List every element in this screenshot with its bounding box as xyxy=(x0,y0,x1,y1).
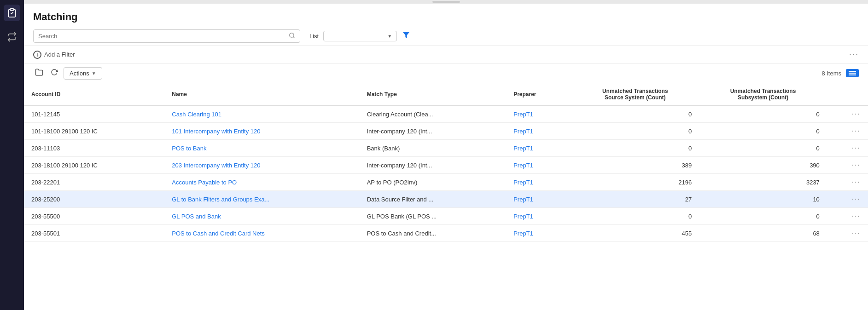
cell-account-id: 203-11103 xyxy=(24,140,164,157)
filter-icon[interactable] xyxy=(402,30,411,42)
cell-account-id: 203-55501 xyxy=(24,225,164,242)
table-container: Account ID Name Match Type Preparer Unma… xyxy=(24,83,868,310)
toolbar-right: 8 Items xyxy=(821,69,859,77)
col-header-name: Name xyxy=(164,83,359,106)
row-actions-button[interactable]: ··· xyxy=(827,123,868,140)
row-actions-button[interactable]: ··· xyxy=(827,106,868,123)
cell-unmatched-subsystem: 0 xyxy=(699,123,827,140)
filter-options-button[interactable]: ··· xyxy=(849,50,859,59)
table-header-row: Account ID Name Match Type Preparer Unma… xyxy=(24,83,868,106)
filter-row: + Add a Filter ··· xyxy=(24,46,868,63)
cell-name[interactable]: Accounts Payable to PO xyxy=(164,174,359,191)
table-body: 101-12145 Cash Clearing 101 Clearing Acc… xyxy=(24,106,868,242)
cell-account-id: 203-55500 xyxy=(24,208,164,225)
table-row: 101-18100 29100 120 IC 101 Intercompany … xyxy=(24,123,868,140)
cell-name[interactable]: 101 Intercompany with Entity 120 xyxy=(164,123,359,140)
cell-unmatched-subsystem: 0 xyxy=(699,106,827,123)
toolbar-row: Actions ▼ 8 Items xyxy=(24,63,868,83)
add-filter-label: Add a Filter xyxy=(44,51,75,58)
col-header-unmatched-source: Unmatched TransactionsSource System (Cou… xyxy=(571,83,699,106)
refresh-button[interactable] xyxy=(49,67,60,80)
col-header-unmatched-subsystem: Unmatched TransactionsSubsystem (Count) xyxy=(699,83,827,106)
row-actions-button[interactable]: ··· xyxy=(827,191,868,208)
cell-unmatched-subsystem: 0 xyxy=(699,140,827,157)
folder-button[interactable] xyxy=(33,66,45,80)
cell-match-type: Data Source Filter and ... xyxy=(360,191,506,208)
cell-account-id: 101-18100 29100 120 IC xyxy=(24,123,164,140)
search-box[interactable] xyxy=(33,29,300,43)
cell-match-type: POS to Cash and Credit... xyxy=(360,225,506,242)
cell-preparer: PrepT1 xyxy=(506,106,571,123)
cell-match-type: Inter-company 120 (Int... xyxy=(360,157,506,174)
list-dropdown[interactable]: ▼ xyxy=(323,31,397,41)
col-header-actions xyxy=(827,83,868,106)
cell-unmatched-subsystem: 68 xyxy=(699,225,827,242)
actions-label: Actions xyxy=(70,70,89,77)
cell-unmatched-source: 389 xyxy=(571,157,699,174)
cell-name[interactable]: POS to Cash and Credit Card Nets xyxy=(164,225,359,242)
row-actions-button[interactable]: ··· xyxy=(827,140,868,157)
cell-unmatched-source: 455 xyxy=(571,225,699,242)
table-row: 203-18100 29100 120 IC 203 Intercompany … xyxy=(24,157,868,174)
list-label: List xyxy=(309,33,319,40)
svg-point-1 xyxy=(290,33,294,37)
add-filter-button[interactable]: + Add a Filter xyxy=(33,51,75,59)
chevron-down-icon: ▼ xyxy=(387,34,392,39)
cell-unmatched-subsystem: 10 xyxy=(699,191,827,208)
cell-preparer: PrepT1 xyxy=(506,123,571,140)
row-actions-button[interactable]: ··· xyxy=(827,208,868,225)
cell-unmatched-source: 2196 xyxy=(571,174,699,191)
search-input[interactable] xyxy=(38,33,287,40)
row-actions-button[interactable]: ··· xyxy=(827,174,868,191)
cell-unmatched-subsystem: 3237 xyxy=(699,174,827,191)
list-view-button[interactable] xyxy=(846,69,859,77)
actions-button[interactable]: Actions ▼ xyxy=(64,67,102,80)
page-title: Matching xyxy=(24,4,868,27)
svg-rect-0 xyxy=(10,9,13,11)
add-filter-icon: + xyxy=(33,51,41,59)
cell-unmatched-subsystem: 0 xyxy=(699,208,827,225)
cell-unmatched-source: 0 xyxy=(571,106,699,123)
matching-table: Account ID Name Match Type Preparer Unma… xyxy=(24,83,868,242)
sidebar xyxy=(0,0,24,310)
table-row: 203-55500 GL POS and Bank GL POS Bank (G… xyxy=(24,208,868,225)
cell-name[interactable]: 203 Intercompany with Entity 120 xyxy=(164,157,359,174)
cell-name[interactable]: POS to Bank xyxy=(164,140,359,157)
svg-line-2 xyxy=(293,37,295,38)
cell-unmatched-source: 0 xyxy=(571,140,699,157)
main-content: Matching List ▼ + Add a Filter xyxy=(24,0,868,310)
cell-account-id: 101-12145 xyxy=(24,106,164,123)
transfer-icon[interactable] xyxy=(4,29,20,45)
cell-match-type: Clearing Account (Clea... xyxy=(360,106,506,123)
col-header-account-id: Account ID xyxy=(24,83,164,106)
actions-chevron-icon: ▼ xyxy=(92,71,96,76)
cell-preparer: PrepT1 xyxy=(506,208,571,225)
cell-preparer: PrepT1 xyxy=(506,157,571,174)
table-row: 101-12145 Cash Clearing 101 Clearing Acc… xyxy=(24,106,868,123)
cell-preparer: PrepT1 xyxy=(506,225,571,242)
row-actions-button[interactable]: ··· xyxy=(827,157,868,174)
cell-account-id: 203-25200 xyxy=(24,191,164,208)
toolbar-left: Actions ▼ xyxy=(33,66,102,80)
row-actions-button[interactable]: ··· xyxy=(827,225,868,242)
table-row: 203-11103 POS to Bank Bank (Bank) PrepT1… xyxy=(24,140,868,157)
cell-preparer: PrepT1 xyxy=(506,191,571,208)
table-row: 203-22201 Accounts Payable to PO AP to P… xyxy=(24,174,868,191)
cell-match-type: Inter-company 120 (Int... xyxy=(360,123,506,140)
topbar xyxy=(24,0,868,4)
search-icon xyxy=(289,32,295,40)
cell-name[interactable]: GL POS and Bank xyxy=(164,208,359,225)
topbar-handle xyxy=(432,1,460,3)
items-count: 8 Items xyxy=(821,70,841,77)
col-header-match-type: Match Type xyxy=(360,83,506,106)
cell-account-id: 203-22201 xyxy=(24,174,164,191)
cell-account-id: 203-18100 29100 120 IC xyxy=(24,157,164,174)
clipboard-icon[interactable] xyxy=(4,5,20,21)
cell-name[interactable]: GL to Bank Filters and Groups Exa... xyxy=(164,191,359,208)
cell-unmatched-source: 0 xyxy=(571,208,699,225)
cell-unmatched-source: 0 xyxy=(571,123,699,140)
table-row: 203-25200 GL to Bank Filters and Groups … xyxy=(24,191,868,208)
cell-name[interactable]: Cash Clearing 101 xyxy=(164,106,359,123)
cell-match-type: AP to PO (PO2Inv) xyxy=(360,174,506,191)
table-row: 203-55501 POS to Cash and Credit Card Ne… xyxy=(24,225,868,242)
